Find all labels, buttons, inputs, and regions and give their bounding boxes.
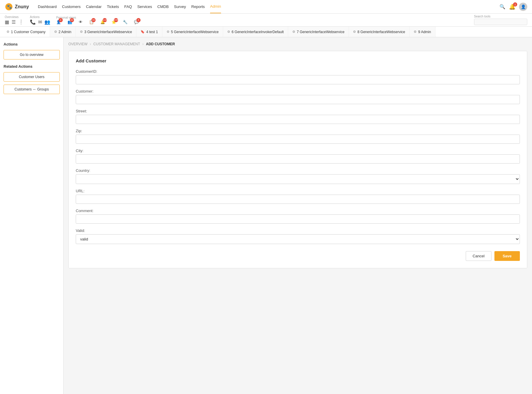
customer-label: Customer:	[76, 89, 520, 93]
pv-btn-6[interactable]: ⭐ 155	[112, 20, 116, 24]
go-to-overview-button[interactable]: Go to overview	[4, 50, 60, 59]
zip-input[interactable]	[76, 135, 520, 144]
user-avatar[interactable]: 👤	[519, 3, 527, 11]
nav-right: 🔍 🔔 1 👤	[499, 3, 527, 11]
comment-input[interactable]	[76, 214, 520, 224]
url-input[interactable]	[76, 195, 520, 204]
nav-cmdb[interactable]: CMDB	[157, 0, 169, 13]
comment-group: Comment:	[76, 209, 520, 224]
overviews-section: Overviews ▦ ☰ ❕	[5, 15, 24, 25]
tab-9[interactable]: ⚙ 9 Admin	[410, 27, 435, 37]
country-select[interactable]	[76, 174, 520, 184]
phone-icon[interactable]: 📞	[30, 19, 36, 25]
pv-badge-2: 42	[70, 18, 74, 22]
city-input[interactable]	[76, 154, 520, 164]
valid-select[interactable]: valid invalid invalid-temporarily	[76, 234, 520, 244]
tab-7[interactable]: ⚙ 7 GenericInterfaceWebservice	[288, 27, 349, 37]
tab-1-label: 1 Customer Company	[11, 30, 46, 34]
logo[interactable]: 🐾 Znuny	[5, 3, 29, 11]
customer-id-label: CustomerID:	[76, 69, 520, 74]
content-area: OVERVIEW › CUSTOMER MANAGEMENT › ADD CUS…	[64, 37, 532, 394]
personal-views-icons: 👤 8 👥 42 👁 📋 33 🔔 118 ⭐ 155	[56, 20, 143, 24]
nav-faq[interactable]: FAQ	[124, 0, 132, 13]
notification-icon[interactable]: 🔔 1	[509, 4, 515, 10]
pv-btn-2[interactable]: 👥 42	[67, 20, 72, 24]
street-label: Street:	[76, 109, 520, 113]
tab-9-gear-icon: ⚙	[414, 30, 417, 34]
city-label: City:	[76, 148, 520, 153]
breadcrumb-customer-management[interactable]: CUSTOMER MANAGEMENT	[93, 42, 140, 46]
valid-group: Valid: valid invalid invalid-temporarily	[76, 228, 520, 244]
url-label: URL:	[76, 189, 520, 193]
pv-btn-4[interactable]: 📋 33	[89, 20, 94, 24]
pv-btn-7[interactable]: 🔧	[123, 20, 128, 24]
breadcrumb-sep-2: ›	[142, 42, 144, 46]
customer-input[interactable]	[76, 95, 520, 104]
form-title: Add Customer	[76, 58, 520, 63]
logo-icon: 🐾	[5, 3, 13, 11]
url-group: URL:	[76, 189, 520, 204]
personal-views-section: Personal views 👤 8 👥 42 👁 📋 33 🔔 118	[56, 16, 143, 24]
tab-5[interactable]: ⚙ 5 GenericInterfaceWebservice	[162, 27, 223, 37]
cancel-button[interactable]: Cancel	[466, 251, 491, 261]
global-search-icon[interactable]: 🔍	[499, 4, 505, 9]
overviews-icons: ▦ ☰ ❕	[5, 19, 24, 25]
tab-6-gear-icon: ⚙	[227, 30, 230, 34]
search-tools-input[interactable]	[474, 19, 527, 25]
customers-groups-button[interactable]: Customers ↔ Groups	[4, 85, 60, 94]
nav-dashboard[interactable]: Dashboard	[38, 0, 57, 13]
email-icon[interactable]: ✉	[38, 19, 42, 25]
pv-btn-8[interactable]: 💬 8	[134, 20, 139, 24]
nav-services[interactable]: Services	[137, 0, 152, 13]
tab-6-label: 6 GenericInterfaceInvokerDefault	[232, 30, 284, 34]
comment-label: Comment:	[76, 209, 520, 213]
search-tools-section: Search tools	[474, 15, 527, 25]
customer-id-input[interactable]	[76, 75, 520, 84]
tabs-row: ⚙ 1 Customer Company ⚙ 2 Admin ⚙ 3 Gener…	[0, 27, 532, 37]
tab-8[interactable]: ⚙ 8 GenericInterfaceWebservice	[349, 27, 410, 37]
nav-admin[interactable]: Admin	[210, 0, 221, 13]
nav-calendar[interactable]: Calendar	[86, 0, 101, 13]
pv-btn-5[interactable]: 🔔 118	[100, 20, 105, 24]
tab-2-gear-icon: ⚙	[54, 30, 57, 34]
info-icon[interactable]: ❕	[18, 19, 24, 25]
save-button[interactable]: Save	[494, 251, 520, 261]
pv-btn-3[interactable]: 👁	[79, 20, 83, 24]
top-navigation: 🐾 Znuny Dashboard Customers Calendar Tic…	[0, 0, 532, 14]
overviews-label: Overviews	[5, 15, 24, 19]
tab-9-label: 9 Admin	[418, 30, 431, 34]
pv-badge-6: 155	[114, 18, 118, 22]
sidebar: Actions Go to overview Related Actions C…	[0, 37, 64, 394]
tab-1[interactable]: ⚙ 1 Customer Company	[2, 27, 50, 37]
pv-badge-8: 8	[136, 18, 141, 22]
list-view-icon[interactable]: ☰	[12, 19, 16, 25]
street-group: Street:	[76, 109, 520, 124]
grid-view-icon[interactable]: ▦	[5, 19, 9, 25]
toolbar-row: Overviews ▦ ☰ ❕ Actions 📞 ✉ 👥 Personal v…	[0, 14, 532, 27]
add-customer-form-card: Add Customer CustomerID: Customer: Stree…	[68, 51, 527, 268]
related-actions-title: Related Actions	[4, 64, 60, 69]
tab-2[interactable]: ⚙ 2 Admin	[50, 27, 76, 37]
people-icon[interactable]: 👥	[44, 19, 50, 25]
customer-users-button[interactable]: Customer Users	[4, 72, 60, 82]
nav-customers[interactable]: Customers	[62, 0, 81, 13]
tab-6[interactable]: ⚙ 6 GenericInterfaceInvokerDefault	[223, 27, 288, 37]
nav-survey[interactable]: Survey	[174, 0, 186, 13]
tab-8-gear-icon: ⚙	[353, 30, 356, 34]
tab-3[interactable]: ⚙ 3 GenericInterfaceWebservice	[76, 27, 136, 37]
notification-badge: 1	[513, 2, 517, 7]
country-group: Country:	[76, 168, 520, 184]
pv-btn-1[interactable]: 👤 8	[56, 20, 61, 24]
search-tools-label: Search tools	[474, 15, 527, 18]
main-layout: Actions Go to overview Related Actions C…	[0, 37, 532, 394]
customer-group: Customer:	[76, 89, 520, 104]
breadcrumb-current: ADD CUSTOMER	[146, 42, 175, 46]
street-input[interactable]	[76, 115, 520, 124]
tab-3-label: 3 GenericInterfaceWebservice	[84, 30, 132, 34]
breadcrumb-overview[interactable]: OVERVIEW	[68, 42, 87, 46]
zip-group: Zip:	[76, 129, 520, 144]
pv-badge-1: 8	[59, 18, 63, 22]
nav-reports[interactable]: Reports	[191, 0, 205, 13]
nav-tickets[interactable]: Tickets	[107, 0, 119, 13]
tab-4[interactable]: 🔖 4 test 1	[136, 27, 162, 37]
